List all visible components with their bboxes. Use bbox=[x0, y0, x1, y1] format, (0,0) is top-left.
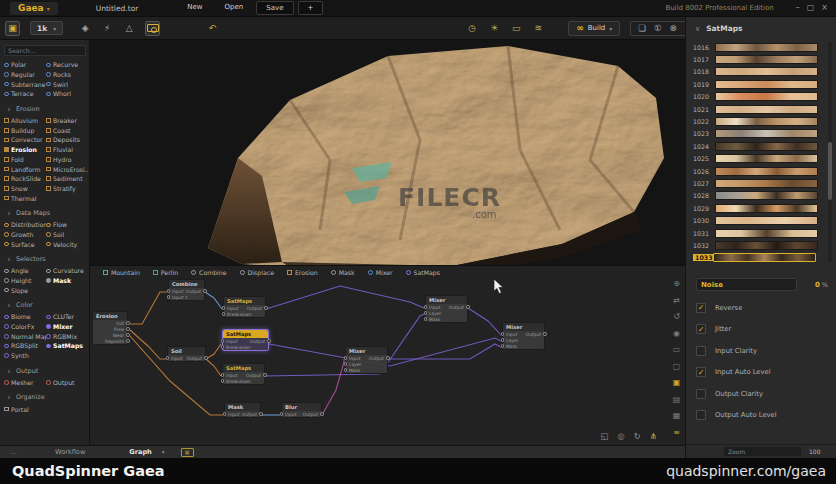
section-header-output[interactable]: ∨Output bbox=[0, 367, 89, 375]
properties-header[interactable]: ∨ SatMaps bbox=[686, 17, 836, 40]
output-port[interactable] bbox=[126, 321, 130, 325]
sidebar-item-fluvial[interactable]: Fluvial bbox=[46, 145, 88, 155]
node-graph-panel[interactable]: MountainPerlinCombineDisplaceErosionMask… bbox=[90, 265, 685, 445]
output-port[interactable] bbox=[466, 305, 470, 309]
frame-all-icon[interactable]: ⊕ bbox=[671, 278, 682, 289]
sidebar-item-thermal[interactable]: Thermal bbox=[4, 193, 46, 203]
menu-icon[interactable]: ≡ bbox=[671, 427, 682, 438]
sidebar-item-rocks[interactable]: Rocks bbox=[46, 70, 88, 80]
sidebar-item-portal[interactable]: Portal bbox=[4, 404, 46, 414]
panorama-icon[interactable]: ▭ bbox=[510, 22, 522, 34]
sidebar-item-height[interactable]: Height bbox=[4, 276, 46, 286]
satmap-row[interactable]: 1018 bbox=[693, 66, 836, 78]
satmap-row[interactable]: 1022 bbox=[693, 115, 836, 127]
sidebar-item-slope[interactable]: Slope bbox=[4, 285, 46, 295]
output-port[interactable] bbox=[267, 339, 271, 343]
satmap-row[interactable]: 1023 bbox=[693, 128, 836, 140]
sidebar-item-snow[interactable]: Snow bbox=[4, 184, 46, 194]
refresh-icon[interactable]: ↻ bbox=[634, 431, 641, 441]
output-port[interactable] bbox=[203, 289, 207, 293]
sidebar-item-satmaps[interactable]: SatMaps bbox=[46, 341, 88, 351]
favorite-mountain[interactable]: Mountain bbox=[103, 269, 140, 276]
sidebar-item-swirl[interactable]: Swirl bbox=[46, 79, 88, 89]
output-port[interactable] bbox=[320, 412, 324, 416]
checkbox[interactable] bbox=[696, 346, 706, 356]
satmap-row[interactable]: 1021 bbox=[693, 103, 836, 115]
gem-icon[interactable]: ◈ bbox=[79, 22, 91, 34]
sidebar-item-terrace[interactable]: Terrace bbox=[4, 89, 46, 99]
sidebar-item-flow[interactable]: Flow bbox=[46, 220, 88, 230]
save-button[interactable]: Save bbox=[256, 1, 293, 15]
checkbox-row-reverse[interactable]: ✓Reverse bbox=[696, 303, 828, 313]
satmap-row[interactable]: 1027 bbox=[693, 177, 836, 189]
checkbox-row-jitter[interactable]: ✓Jitter bbox=[696, 324, 828, 334]
clock-icon[interactable]: ◷ bbox=[466, 22, 478, 34]
app-menu[interactable]: Gaea ▾ bbox=[10, 2, 58, 15]
resolution-dropdown[interactable]: 1k ▾ bbox=[30, 21, 63, 35]
output-port[interactable] bbox=[386, 356, 390, 360]
sidebar-item-fold[interactable]: Fold bbox=[4, 155, 46, 165]
sidebar-item-velocity[interactable]: Velocity bbox=[46, 239, 88, 249]
sidebar-item-sediment[interactable]: Sediment bbox=[46, 174, 88, 184]
history-icon[interactable]: ↺ bbox=[671, 311, 682, 322]
sidebar-item-curvature[interactable]: Curvature bbox=[46, 266, 88, 276]
panel-icon[interactable]: ▭ bbox=[671, 344, 682, 355]
input-port[interactable] bbox=[501, 332, 505, 336]
favorite-satmaps[interactable]: SatMaps bbox=[406, 269, 440, 276]
sidebar-item-mesher[interactable]: Mesher bbox=[4, 378, 46, 388]
checkbox[interactable] bbox=[696, 410, 706, 420]
input-port[interactable] bbox=[223, 412, 227, 416]
sidebar-item-subterrane[interactable]: Subterrane bbox=[4, 79, 46, 89]
checkbox-row-input-clarity[interactable]: Input Clarity bbox=[696, 346, 828, 356]
branch-icon[interactable]: ⋔ bbox=[650, 431, 657, 441]
mesh-lod-icon[interactable]: △ bbox=[123, 22, 135, 34]
section-header-data-maps[interactable]: ∨Data Maps bbox=[0, 209, 89, 217]
satmap-row[interactable]: 1024 bbox=[693, 140, 836, 152]
input-port[interactable] bbox=[221, 345, 225, 349]
search-input[interactable] bbox=[4, 45, 86, 56]
minimize-button[interactable]: – bbox=[796, 3, 800, 13]
more-icon[interactable]: … bbox=[10, 448, 17, 456]
noise-field[interactable]: Noise bbox=[696, 278, 797, 291]
layout-icon[interactable]: ▤ bbox=[671, 394, 682, 405]
grid-icon[interactable]: ▦ bbox=[671, 410, 682, 421]
sidebar-item-synth[interactable]: Synth bbox=[4, 351, 46, 361]
waves-icon[interactable]: ≋ bbox=[532, 22, 544, 34]
satmap-row[interactable]: 1017 bbox=[693, 53, 836, 65]
section-header-organize[interactable]: ∨Organize bbox=[0, 393, 89, 401]
satmap-row[interactable]: 1019 bbox=[693, 78, 836, 90]
favorite-mask[interactable]: Mask bbox=[331, 269, 355, 276]
input-port[interactable] bbox=[280, 412, 284, 416]
sidebar-item-distribution[interactable]: Distribution bbox=[4, 220, 46, 230]
sidebar-item-rockslide[interactable]: RockSlide bbox=[4, 174, 46, 184]
sidebar-item-surface[interactable]: Surface bbox=[4, 239, 46, 249]
fit-view-icon[interactable]: ◱ bbox=[600, 431, 608, 441]
sidebar-item-erosion[interactable]: Erosion bbox=[4, 145, 46, 155]
section-header-selectors[interactable]: ∨Selectors bbox=[0, 255, 89, 263]
input-port[interactable] bbox=[166, 356, 170, 360]
checkbox[interactable] bbox=[696, 389, 706, 399]
graph-node-mask[interactable]: MaskInputOutput bbox=[224, 402, 261, 418]
tab-workflow[interactable]: Workflow bbox=[55, 448, 85, 456]
checkbox-row-output-clarity[interactable]: Output Clarity bbox=[696, 389, 828, 399]
output-port[interactable] bbox=[126, 333, 130, 337]
scrollbar-track[interactable] bbox=[828, 42, 832, 262]
camera-icon[interactable] bbox=[145, 21, 160, 36]
graph-node-satmaps-2[interactable]: SatMapsInputOutputBreakdown bbox=[222, 329, 269, 351]
scrollbar-thumb[interactable] bbox=[828, 142, 832, 200]
input-port[interactable] bbox=[344, 368, 348, 372]
satmap-row[interactable]: 1031 bbox=[693, 227, 836, 239]
output-port[interactable] bbox=[259, 412, 263, 416]
sidebar-item-deposits[interactable]: Deposits bbox=[46, 135, 88, 145]
input-port[interactable] bbox=[424, 317, 428, 321]
satmap-row[interactable]: 1016 bbox=[693, 41, 836, 53]
satmap-row[interactable]: 1032 bbox=[693, 239, 836, 251]
sidebar-item-rgbsplit[interactable]: RGBSplit bbox=[4, 341, 46, 351]
input-port[interactable] bbox=[221, 373, 225, 377]
graph-node-mixer-3[interactable]: MixerInputOutputLayerMask bbox=[502, 322, 545, 350]
favorite-combine[interactable]: Combine bbox=[191, 269, 227, 276]
section-header-erosion[interactable]: ∨Erosion bbox=[0, 105, 89, 113]
sidebar-item-whorl[interactable]: Whorl bbox=[46, 89, 88, 99]
input-port[interactable] bbox=[222, 312, 226, 316]
wand-icon[interactable]: ⚡ bbox=[101, 22, 113, 34]
